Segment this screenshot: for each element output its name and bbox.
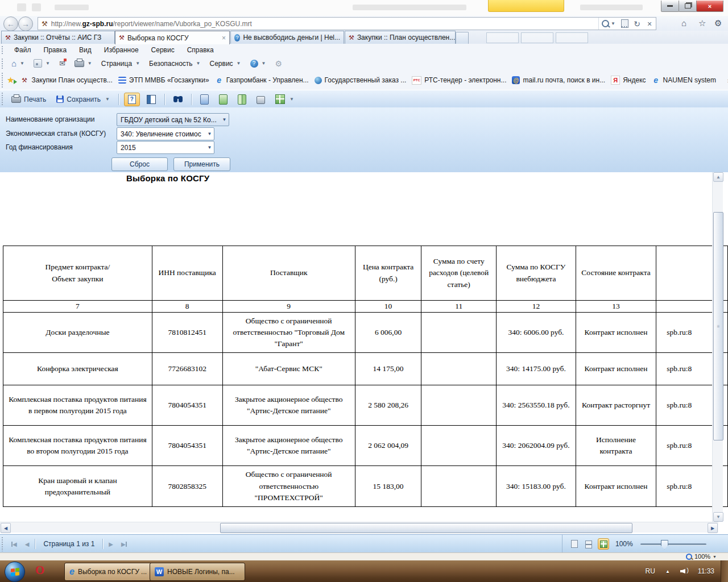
zoom-slider[interactable] — [640, 543, 706, 545]
parameters-panel: Наименование организации ГБДОУ детский с… — [0, 107, 728, 173]
view-one-page-button[interactable] — [216, 93, 231, 106]
parameters-panel-toggle[interactable]: ? — [124, 93, 140, 106]
scroll-down-button[interactable]: ▼ — [713, 512, 723, 522]
add-favorite-button[interactable]: ★ — [7, 75, 14, 85]
favorite-yandex[interactable]: ЯЯндекс — [611, 76, 646, 85]
report-print-button[interactable]: Печать — [8, 94, 49, 105]
view-multiple-pages-button[interactable] — [598, 538, 609, 550]
horizontal-scrollbar[interactable]: ◀ ▶ — [0, 522, 718, 533]
minimize-button[interactable] — [661, 1, 679, 12]
tab-zakupki-otchety[interactable]: ⚒ Закупки :: Отчёты :: АИС ГЗ — [1, 31, 115, 44]
two-pages-icon — [238, 94, 246, 105]
page-menu-button[interactable]: Страница▼ — [98, 59, 143, 69]
favorite-zakupki-plan[interactable]: ⚒Закупки План осуществ... — [20, 76, 112, 85]
restore-button[interactable] — [679, 1, 697, 12]
favorites-button[interactable]: ☆ — [698, 18, 706, 28]
task-ie-vyborka[interactable]: e Выборка по КОСГУ ... — [64, 563, 157, 581]
scroll-up-button[interactable]: ▲ — [713, 172, 723, 182]
page-setup-button[interactable] — [253, 93, 268, 106]
print-menu-button[interactable]: ▼ — [71, 59, 96, 68]
feeds-button[interactable]: ▼ — [30, 58, 53, 69]
cell-r4-c3: Закрытое акционерное общество "Артис-Дет… — [222, 426, 355, 466]
language-indicator[interactable]: RU — [646, 567, 655, 575]
task-word-logins[interactable]: W НОВЫЕ Логины, па... — [150, 563, 245, 581]
start-button[interactable] — [5, 562, 25, 582]
forward-button[interactable]: → — [18, 16, 33, 31]
favorite-rts-tender[interactable]: РТСРТС-тендер - электронн... — [412, 76, 506, 85]
refresh-button[interactable]: ↻ — [631, 18, 643, 30]
cell-r5-c6: 340: 15183.00 руб. — [497, 466, 576, 507]
year-select[interactable]: 2015 ▼ — [117, 141, 214, 154]
volume-icon[interactable] — [680, 568, 688, 575]
gavel-icon: ⚒ — [20, 76, 28, 85]
view-page-width-button[interactable] — [197, 93, 212, 106]
home-button[interactable]: ⌂ — [681, 18, 686, 28]
home-menu-button[interactable]: ⌂▼ — [8, 57, 28, 69]
safety-menu-button[interactable]: Безопасность▼ — [146, 59, 204, 69]
horizontal-scroll-thumb[interactable] — [220, 523, 632, 533]
msn-gear-button[interactable]: ⚙ — [271, 58, 286, 69]
dropdown-icon: ▼ — [88, 61, 92, 66]
year-label: Год финансирования — [6, 143, 73, 151]
favorite-goszakaz[interactable]: Государственный заказ ... — [315, 76, 407, 84]
clock[interactable]: 11:33 — [698, 567, 714, 575]
help-menu-button[interactable]: ?▼ — [247, 59, 270, 69]
report-save-button[interactable]: Сохранить▼ — [53, 94, 113, 105]
menu-favorites[interactable]: Избранное — [98, 46, 145, 54]
compatibility-view-button[interactable] — [618, 18, 631, 30]
close-button[interactable]: × — [696, 1, 723, 12]
view-continuous-button[interactable] — [584, 539, 594, 549]
cell-r1-c3: Общество с ограниченной ответственностью… — [222, 313, 355, 353]
page-setup-icon — [257, 96, 265, 104]
opera-icon[interactable]: O — [35, 563, 44, 577]
tab-help[interactable]: ? Не высвободись деньги | Hel... — [230, 31, 344, 44]
tools-menu-button[interactable]: Сервис▼ — [206, 59, 245, 69]
stop-button[interactable]: × — [643, 18, 656, 30]
previous-page-button[interactable]: ◀ — [23, 540, 32, 548]
favorite-gazprombank[interactable]: eГазпромбанк - Управлен... — [215, 76, 309, 85]
bookmarks-panel-button[interactable] — [143, 93, 159, 106]
vertical-scrollbar[interactable]: ▲ ≡ ▼ — [712, 172, 723, 522]
find-button[interactable] — [170, 94, 186, 104]
ghost-text — [353, 5, 466, 10]
new-tab-button[interactable] — [456, 32, 469, 44]
favorite-mailru[interactable]: @mail.ru почта, поиск в ин... — [512, 76, 605, 84]
toolbar-grip — [1, 92, 3, 106]
first-page-button[interactable]: ◀ — [9, 540, 19, 548]
menu-file[interactable]: Файл — [8, 46, 38, 54]
view-multiple-pages-button[interactable]: ▼ — [272, 93, 297, 106]
zoom-slider-thumb[interactable] — [661, 540, 668, 550]
scroll-left-button[interactable]: ◀ — [1, 523, 11, 533]
view-single-page-button[interactable] — [569, 539, 580, 549]
reset-button[interactable]: Сброс — [111, 157, 168, 171]
last-page-button[interactable]: ▶ — [119, 540, 129, 548]
tab-vyborka-po-kosgu[interactable]: ⚒ Выборка по КОСГУ × — [115, 31, 230, 44]
next-page-button[interactable]: ▶ — [106, 540, 115, 548]
cell-r5-c2: 7802858325 — [152, 466, 222, 507]
favorite-etp-mmvb[interactable]: ЭТП ММВБ «Госзакупки» — [118, 76, 209, 84]
menu-view[interactable]: Вид — [73, 46, 98, 54]
search-button[interactable]: ▼ — [598, 18, 618, 30]
apply-button[interactable]: Применить — [173, 157, 230, 171]
org-select[interactable]: ГБДОУ детский сад № 52 Ко... ▼ — [117, 113, 229, 126]
show-desktop-button[interactable] — [721, 560, 728, 582]
settings-button[interactable]: ⚙ — [714, 18, 722, 28]
tab-plan[interactable]: ⚒ Закупки :: План осуществлен... — [345, 31, 456, 44]
back-button[interactable]: ← — [3, 16, 18, 31]
view-two-pages-button[interactable] — [234, 93, 250, 106]
tab-close-icon[interactable]: × — [217, 34, 226, 42]
vertical-scroll-thumb[interactable]: ≡ — [713, 212, 723, 440]
menu-edit[interactable]: Правка — [38, 46, 73, 54]
ghost-box — [521, 32, 553, 43]
tray-expand-icon[interactable]: ▲ — [665, 569, 670, 574]
favorite-naumen[interactable]: eNAUMEN system — [652, 76, 716, 85]
read-mail-button[interactable]: ✉ — [56, 58, 69, 69]
ghost-icon — [32, 3, 41, 11]
menu-help[interactable]: Справка — [181, 46, 220, 54]
browser-zoom-control[interactable]: 100% ▼ — [686, 553, 717, 560]
continuous-icon — [585, 541, 592, 544]
address-bar[interactable]: ⚒ http://new.gz-spb.ru/report/viewer/nam… — [38, 17, 656, 30]
scroll-right-button[interactable]: ▶ — [708, 523, 718, 533]
kosgu-select[interactable]: 340: Увеличение стоимос ▼ — [117, 127, 214, 140]
menu-tools[interactable]: Сервис — [145, 46, 181, 54]
